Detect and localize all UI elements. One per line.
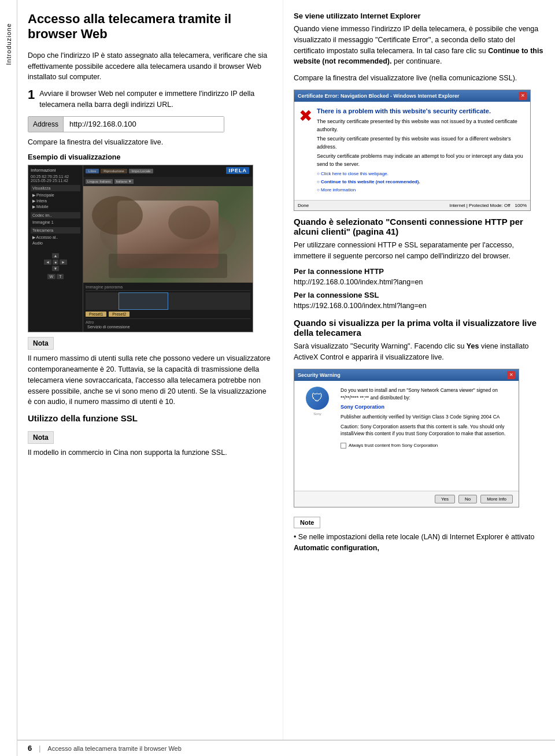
viewer-preset-row: Preset1 Preset2 xyxy=(86,312,250,317)
ipela-logo: IPELA xyxy=(226,167,249,174)
page-title: Accesso alla telecamera tramite il brows… xyxy=(28,12,272,42)
viewer-sidebar: Informazioni 00:25:62:76:25:11:422015-05… xyxy=(28,165,83,332)
page-wrapper: Introduzione Accesso alla telecamera tra… xyxy=(0,0,555,756)
address-label-text: Address xyxy=(28,117,64,132)
note2-text: Il modello in commercio in Cina non supp… xyxy=(28,447,272,458)
viewer-altro-label: Altro xyxy=(86,318,250,324)
viewer-codec-main: Immagine 1 xyxy=(31,220,80,225)
viewer-full-view: ▶ Intera xyxy=(31,198,80,204)
viewer-servizio: Servizio di connessione xyxy=(86,324,250,329)
viewer-wt-controls: W T xyxy=(31,274,80,279)
ie-mode: Internet | Protected Mode: Off xyxy=(449,203,510,208)
step-1-number: 1 xyxy=(28,88,35,101)
ie-line3: Security certificate problems may indica… xyxy=(317,153,526,168)
first-time-text: Sarà visualizzato "Security Warning". Fa… xyxy=(294,341,545,363)
ssl-conn-url: https://192.168.0.100/index.html?lang=en xyxy=(294,302,545,310)
sw-no-btn[interactable]: No xyxy=(458,495,477,503)
note-bottom-container: Note • Se nelle impostazioni della rete … xyxy=(294,512,545,554)
sw-icon-area: 🛡 Sony xyxy=(300,387,335,449)
http-intro: Per utilizzare connessioni HTTP e SSL se… xyxy=(294,240,545,262)
ie-close-btn[interactable]: ✕ xyxy=(519,92,527,100)
ie-line2: The security certificate presented by th… xyxy=(317,135,526,151)
left-col: Accesso alla telecamera tramite il brows… xyxy=(17,0,283,740)
sw-caution: Caution: Sony Corporation asserts that t… xyxy=(341,423,513,438)
sw-shield-icon: 🛡 xyxy=(306,387,329,410)
ssl-heading: Utilizzo della funzione SSL xyxy=(28,413,272,423)
ie-link2[interactable]: Continue to this website (not recommende… xyxy=(317,179,526,186)
step-1-content: Avviare il browser Web nel computer e im… xyxy=(39,88,272,110)
note-bottom-text: • Se nelle impostazioni della rete local… xyxy=(294,532,545,554)
first-time-bold: Yes xyxy=(467,342,479,350)
http-section-title-text: Quando è selezionato "Consenti connessio… xyxy=(294,217,523,236)
photo-person2 xyxy=(168,206,210,239)
intro-text: Dopo che l'indirizzo IP è stato assegnat… xyxy=(28,50,272,83)
ie-warning-icon: ✖ xyxy=(299,106,312,195)
note-bottom-bold: Automatic configuration, xyxy=(294,544,379,552)
sw-yes-btn[interactable]: Yes xyxy=(435,495,455,503)
sw-checkbox[interactable] xyxy=(341,443,346,449)
sw-company: Sony Corporation xyxy=(341,403,513,412)
ie-section-title: Se viene utilizzato Internet Explorer xyxy=(294,12,545,20)
step-1-text: Avviare il browser Web nel computer e im… xyxy=(39,90,254,109)
viewer-cam-info: 00:25:62:76:25:11:422015-05-29 25:11:42 xyxy=(31,175,80,183)
sw-more-btn[interactable]: More Info xyxy=(480,495,513,503)
viewer-sidebar-codec: Codec im.. xyxy=(31,212,80,218)
viewer-btn-riproduzione[interactable]: Riproduzione xyxy=(101,169,127,173)
viewer-sidebar-telecamera: Telecamera xyxy=(31,227,80,234)
viewer-preset1[interactable]: Preset1 xyxy=(86,312,106,317)
viewer-tel-accesso: ▶ Accesso al.. xyxy=(31,235,80,240)
sw-checkbox-label: Always trust content from Sony Corporati… xyxy=(349,442,438,449)
ie-compare: Compare la finestra del visualizzatore l… xyxy=(294,73,545,84)
photo-simulation xyxy=(83,186,253,283)
http-conn-url: http://192.168.0.100/index.html?lang=en xyxy=(294,278,545,286)
ie-link1[interactable]: Click here to close this webpage. xyxy=(317,171,526,177)
sw-titlebar: Security Warning ✕ xyxy=(294,369,519,381)
ssl-conn-title: Per la connessione SSL xyxy=(294,291,545,299)
note2-box: Nota xyxy=(28,431,54,444)
viewer-main: Libre Riproduzione Impo.Locale IPELA Lin… xyxy=(83,165,253,332)
viewer-main-view: ▶ Principale xyxy=(31,192,80,198)
note2-container: Nota Il modello in commercio in Cina non… xyxy=(28,427,272,458)
ie-content: ✖ There is a problem with this website's… xyxy=(294,102,530,200)
viewer-bottom: Immagine panorama Preset1 Preset2 Altro … xyxy=(83,283,253,332)
example-label: Esempio di visualizzazione xyxy=(28,153,272,161)
photo-table xyxy=(109,254,227,278)
main-content: Accesso alla telecamera tramite il brows… xyxy=(17,0,555,756)
viewer-screenshot: Informazioni 00:25:62:76:25:11:422015-05… xyxy=(28,165,253,332)
viewer-tel-audio: Audio xyxy=(31,240,80,246)
viewer-panorama-area xyxy=(86,292,250,310)
viewer-arrow-controls: ▲ ◄ ● ► ▼ xyxy=(31,253,80,272)
ie-screenshot: Certificate Error: Navigation Blocked - … xyxy=(294,90,531,211)
viewer-mobile-view: ▶ Mobile xyxy=(31,204,80,210)
sw-text-area: Do you want to install and run "Sony Net… xyxy=(341,387,513,449)
sw-checkbox-row: Always trust content from Sony Corporati… xyxy=(341,442,513,449)
sw-content: 🛡 Sony Do you want to install and run "S… xyxy=(294,381,519,455)
address-bar: Address http://192.168.0.100 xyxy=(28,116,224,132)
ie-titlebar: Certificate Error: Navigation Blocked - … xyxy=(294,90,530,102)
note-bottom-text-content: Se nelle impostazioni della rete locale … xyxy=(298,533,535,541)
footer-divider: | xyxy=(39,744,40,753)
page-number: 6 xyxy=(28,744,32,753)
sw-footer: Yes No More Info xyxy=(294,491,519,507)
ie-title-text: Certificate Error: Navigation Blocked - … xyxy=(298,93,459,99)
viewer-tb-ita[interactable]: Italiano ▼ xyxy=(114,179,134,184)
ie-footer: Done Internet | Protected Mode: Off 100% xyxy=(294,200,530,210)
compare-text: Compare la finestra del visualizzatore l… xyxy=(28,137,272,148)
ie-text-area: There is a problem with this website's s… xyxy=(317,106,526,195)
ie-zoom: 100% xyxy=(515,203,527,208)
note-bottom-text-span: • xyxy=(294,533,298,541)
note1-text: Il numero massimo di utenti sulla rete c… xyxy=(28,353,272,407)
sw-close-btn[interactable]: ✕ xyxy=(507,371,515,379)
ie-link3[interactable]: More information xyxy=(317,187,526,194)
sw-icon-label: Sony xyxy=(313,412,321,416)
sw-title-text: Security Warning xyxy=(298,372,341,378)
ie-intro: Quando viene immesso l'indirizzo IP dell… xyxy=(294,24,545,67)
viewer-preset2[interactable]: Preset2 xyxy=(109,312,130,317)
viewer-tb-lang[interactable]: Lingua: Italiano xyxy=(86,179,113,184)
viewer-panorama-label: Immagine panorama xyxy=(86,285,250,291)
right-col: Se viene utilizzato Internet Explorer Qu… xyxy=(283,0,555,740)
sidebar: Introduzione xyxy=(0,0,17,756)
note1-container: Nota Il numero massimo di utenti sulla r… xyxy=(28,332,272,407)
viewer-btn-impo[interactable]: Impo.Locale xyxy=(129,169,154,173)
viewer-btn-libre[interactable]: Libre xyxy=(86,169,99,173)
